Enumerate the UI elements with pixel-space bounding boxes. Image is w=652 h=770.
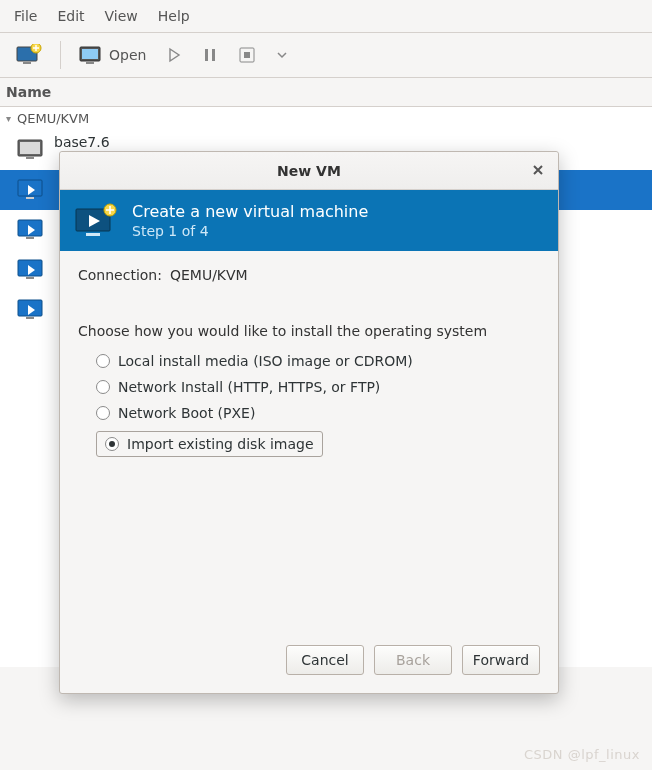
step-indicator: Step 1 of 4 (132, 223, 368, 239)
radio-icon (96, 354, 110, 368)
menu-view[interactable]: View (95, 4, 148, 28)
option-label: Network Boot (PXE) (118, 405, 255, 421)
option-label: Import existing disk image (127, 436, 314, 452)
option-network-boot[interactable]: Network Boot (PXE) (96, 405, 540, 421)
connection-value: QEMU/KVM (170, 267, 248, 283)
expand-icon[interactable]: ▾ (6, 113, 11, 124)
radio-icon (96, 406, 110, 420)
column-header-name[interactable]: Name (0, 78, 652, 107)
monitor-off-icon (16, 138, 46, 162)
vm-name: base7.6 (54, 134, 110, 150)
cancel-button[interactable]: Cancel (286, 645, 364, 675)
pause-button[interactable] (196, 43, 224, 67)
option-local-media[interactable]: Local install media (ISO image or CDROM) (96, 353, 540, 369)
option-label: Local install media (ISO image or CDROM) (118, 353, 413, 369)
close-button[interactable] (528, 160, 548, 180)
svg-rect-6 (205, 49, 208, 61)
menu-file[interactable]: File (4, 4, 47, 28)
svg-rect-22 (86, 233, 100, 236)
back-button: Back (374, 645, 452, 675)
svg-rect-14 (26, 197, 34, 199)
svg-rect-12 (26, 157, 34, 159)
option-import-disk[interactable]: Import existing disk image (96, 431, 323, 457)
play-button[interactable] (160, 43, 188, 67)
menu-help[interactable]: Help (148, 4, 200, 28)
dialog-titlebar[interactable]: New VM (60, 152, 558, 190)
radio-icon (105, 437, 119, 451)
monitor-run-icon (16, 258, 46, 282)
new-vm-dialog: New VM Create a new virtual machine Step… (59, 151, 559, 694)
svg-rect-11 (20, 142, 40, 154)
svg-rect-18 (26, 277, 34, 279)
tool-bar: Open (0, 33, 652, 78)
separator (60, 41, 61, 69)
new-vm-button[interactable] (10, 40, 48, 70)
host-label: QEMU/KVM (17, 111, 89, 126)
monitor-run-icon (16, 298, 46, 322)
menu-bar: File Edit View Help (0, 0, 652, 33)
new-vm-icon (74, 203, 118, 239)
svg-rect-7 (212, 49, 215, 61)
dropdown-icon[interactable] (270, 45, 294, 65)
radio-icon (96, 380, 110, 394)
option-label: Network Install (HTTP, HTTPS, or FTP) (118, 379, 380, 395)
option-network-install[interactable]: Network Install (HTTP, HTTPS, or FTP) (96, 379, 540, 395)
connection-label: Connection: (78, 267, 162, 283)
forward-button[interactable]: Forward (462, 645, 540, 675)
svg-rect-1 (23, 62, 31, 64)
svg-rect-16 (26, 237, 34, 239)
monitor-run-icon (16, 218, 46, 242)
banner-title: Create a new virtual machine (132, 202, 368, 221)
dialog-title: New VM (277, 163, 341, 179)
dialog-buttons: Cancel Back Forward (60, 631, 558, 693)
install-options: Local install media (ISO image or CDROM)… (78, 353, 540, 457)
dialog-content: Connection: QEMU/KVM Choose how you woul… (60, 251, 558, 631)
dialog-banner: Create a new virtual machine Step 1 of 4 (60, 190, 558, 251)
close-icon (532, 164, 544, 176)
svg-rect-4 (82, 49, 98, 59)
menu-edit[interactable]: Edit (47, 4, 94, 28)
svg-rect-20 (26, 317, 34, 319)
open-button[interactable]: Open (73, 41, 152, 69)
host-row[interactable]: ▾ QEMU/KVM (0, 107, 652, 130)
watermark: CSDN @lpf_linux (524, 747, 640, 762)
svg-rect-9 (244, 52, 250, 58)
open-label: Open (109, 47, 146, 63)
install-prompt: Choose how you would like to install the… (78, 323, 540, 339)
svg-rect-5 (86, 62, 94, 64)
monitor-run-icon (16, 178, 46, 202)
shutdown-button[interactable] (232, 42, 262, 68)
